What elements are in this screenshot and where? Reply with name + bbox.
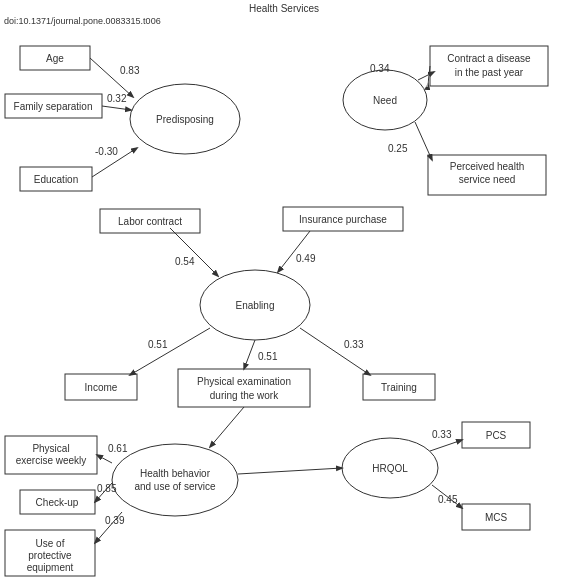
checkup-label: Check-up: [36, 497, 79, 508]
physical-exercise-label2: exercise weekly: [16, 455, 87, 466]
coeff-age-pred: 0.83: [120, 65, 140, 76]
physical-exam-box: [178, 369, 310, 407]
coeff-hb-checkup: 0.85: [97, 483, 117, 494]
mcs-label: MCS: [485, 512, 508, 523]
coeff-labor-enabling: 0.54: [175, 256, 195, 267]
physical-exam-label2: during the work: [210, 390, 279, 401]
coeff-hb-physex: 0.61: [108, 443, 128, 454]
use-protective-label2: protective: [28, 550, 72, 561]
physexam-hb-line: [210, 407, 244, 447]
predisposing-label: Predisposing: [156, 114, 214, 125]
coeff-famsep-pred: 0.32: [107, 93, 127, 104]
physical-exercise-label1: Physical: [32, 443, 69, 454]
insurance-purchase-label: Insurance purchase: [299, 214, 387, 225]
enabling-training-line: [300, 328, 370, 375]
enabling-physexam-line: [244, 340, 255, 369]
perceived-health-label2: service need: [459, 174, 516, 185]
training-label: Training: [381, 382, 417, 393]
family-separation-label: Family separation: [14, 101, 93, 112]
famsep-predisposing-arrow: [102, 106, 131, 110]
coeff-insurance-enabling: 0.49: [296, 253, 316, 264]
health-behavior-label2: and use of service: [134, 481, 216, 492]
perceived-health-label1: Perceived health: [450, 161, 525, 172]
enabling-income-line: [130, 328, 210, 375]
physical-exam-label1: Physical examination: [197, 376, 291, 387]
need-perceived-line: [415, 122, 432, 160]
doi: doi:10.1371/journal.pone.0083315.t006: [4, 16, 161, 26]
coeff-enabling-income: 0.51: [148, 339, 168, 350]
coeff-contract: 0.34: [370, 63, 390, 74]
contract-disease-label: Contract a disease: [447, 53, 531, 64]
education-label: Education: [34, 174, 78, 185]
use-protective-label1: Use of: [36, 538, 65, 549]
labor-contract-label: Labor contract: [118, 216, 182, 227]
insurance-enabling-line: [278, 231, 310, 272]
hrqol-pcs-line: [430, 440, 462, 451]
coeff-hrqol-pcs: 0.33: [432, 429, 452, 440]
use-protective-label3: equipment: [27, 562, 74, 573]
title: Health Services: [249, 3, 319, 14]
hrqol-label: HRQOL: [372, 463, 408, 474]
hb-hrqol-line: [238, 468, 342, 474]
hb-physex-line: [97, 455, 112, 463]
pcs-label: PCS: [486, 430, 507, 441]
coeff-enabling-physexam: 0.51: [258, 351, 278, 362]
age-predisposing-arrow: [90, 58, 133, 97]
age-label: Age: [46, 53, 64, 64]
income-label: Income: [85, 382, 118, 393]
labor-enabling-line: [170, 228, 218, 276]
enabling-label: Enabling: [236, 300, 275, 311]
need-label: Need: [373, 95, 397, 106]
coeff-hrqol-mcs: 0.45: [438, 494, 458, 505]
health-behavior-ellipse: [112, 444, 238, 516]
coeff-perceived: 0.25: [388, 143, 408, 154]
contract-disease-box: [430, 46, 548, 86]
coeff-edu-pred: -0.30: [95, 146, 118, 157]
coeff-hb-protective: 0.39: [105, 515, 125, 526]
health-behavior-label1: Health behavior: [140, 468, 211, 479]
contract-disease-label2: in the past year: [455, 67, 524, 78]
coeff-enabling-training: 0.33: [344, 339, 364, 350]
